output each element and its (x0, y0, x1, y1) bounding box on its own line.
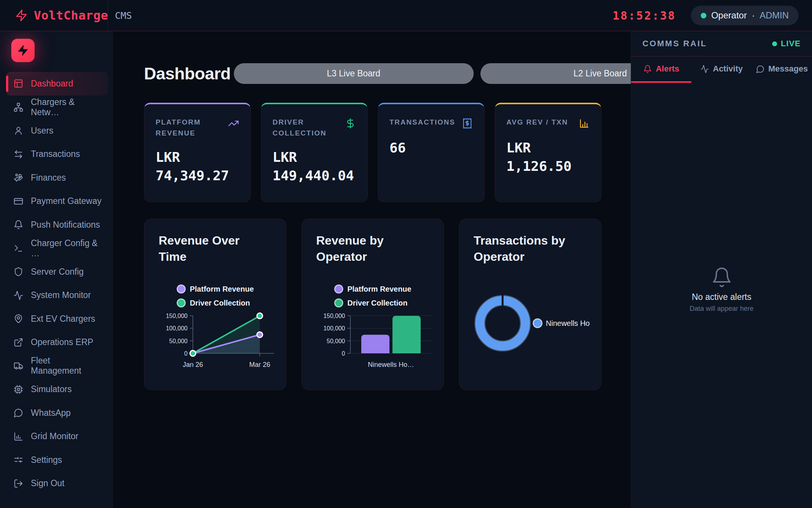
chart-card-revenue-over-time: Revenue Over TimePlatform RevenueDriver … (144, 219, 286, 390)
terminal-icon (14, 243, 23, 253)
status-dot (701, 13, 706, 18)
stat-card-header: AVG REV / TXN (506, 117, 590, 129)
stat-card-label: TRANSACTIONS (389, 117, 458, 128)
comms-tab-messages[interactable]: Messages (752, 56, 812, 83)
sidebar-item-label: Server Config (31, 267, 84, 277)
sidebar-item-whatsapp[interactable]: WhatsApp (6, 401, 108, 425)
legend-item-platform-revenue[interactable]: Platform Revenue (334, 284, 411, 294)
bar-chart-icon (14, 432, 23, 441)
live-dot (772, 41, 777, 46)
chart-title: Transactions by Operator (474, 233, 583, 265)
empty-title: No active alerts (692, 292, 751, 302)
sidebar-item-finances[interactable]: Finances (6, 166, 108, 190)
live-badge: LIVE (772, 39, 801, 49)
svg-text:50,000: 50,000 (169, 338, 188, 344)
comms-title: COMMS RAIL (642, 39, 707, 49)
chart-legend: Platform RevenueDriver Collection (334, 284, 411, 307)
sidebar-item-transactions[interactable]: Transactions (6, 143, 108, 166)
external-link-icon (14, 338, 23, 347)
alerts-empty-state: No active alerts Data will appear here (631, 266, 812, 313)
bell-icon (643, 65, 652, 73)
revenue-over-time-chart[interactable]: 150,000100,00050,0000Jan 26Mar 26 (144, 311, 286, 386)
donut-legend-item[interactable]: Ninewells Ho (533, 319, 590, 328)
sidebar-item-sign-out[interactable]: Sign Out (6, 472, 108, 496)
sidebar-item-grid-monitor[interactable]: Grid Monitor (6, 425, 108, 449)
legend-label: Platform Revenue (190, 285, 254, 294)
stat-card-driver-collection: DRIVER COLLECTIONLKR 149,440.04 (261, 103, 368, 202)
comms-tab-activity[interactable]: Activity (691, 56, 751, 83)
sidebar-item-chargers-netw[interactable]: Chargers & Netw… (6, 96, 108, 119)
chart-card-transactions-by-operator: Transactions by OperatorNinewells Ho (459, 219, 601, 390)
sidebar-item-fleet-management[interactable]: Fleet Management (6, 354, 108, 378)
svg-text:Mar 26: Mar 26 (249, 361, 270, 368)
empty-subtitle: Data will appear here (689, 305, 753, 313)
sidebar-item-dashboard[interactable]: Dashboard (6, 72, 108, 96)
sidebar-item-label: Payment Gateway (31, 196, 102, 206)
legend-item-platform-revenue[interactable]: Platform Revenue (177, 284, 254, 294)
stat-card-value: 66 (389, 139, 473, 157)
legend-item-driver-collection[interactable]: Driver Collection (177, 298, 254, 307)
credit-card-icon (14, 196, 23, 206)
sidebar-item-ext-ev-chargers[interactable]: Ext EV Chargers (6, 307, 108, 331)
svg-text:150,000: 150,000 (323, 313, 345, 319)
sidebar-item-push-notifications[interactable]: Push Notifications (6, 213, 108, 237)
sidebar-nav: DashboardChargers & Netw…UsersTransactio… (0, 72, 112, 495)
sidebar-item-label: Sign Out (31, 478, 65, 488)
chart-column-icon (579, 118, 590, 129)
bell-icon (711, 266, 733, 288)
legend-label: Platform Revenue (347, 285, 411, 294)
revenue-by-operator-chart[interactable]: 150,000100,00050,0000Ninewells Ho… (302, 311, 444, 386)
activity-icon (700, 65, 709, 73)
sidebar-item-operations-erp[interactable]: Operations ERP (6, 331, 108, 354)
transactions-by-operator-chart[interactable]: Ninewells Ho (459, 276, 601, 370)
map-pin-icon (14, 314, 23, 324)
tab-label: Activity (713, 64, 742, 74)
sidebar-item-settings[interactable]: Settings (6, 448, 108, 472)
stat-card-value: LKR 1,126.50 (506, 139, 590, 175)
legend-item-driver-collection[interactable]: Driver Collection (334, 298, 411, 307)
sidebar-item-label: Grid Monitor (31, 431, 79, 441)
chart-legend: Platform RevenueDriver Collection (177, 284, 254, 307)
topbar: VoltCharge CMS 18:52:38 Operator · ADMIN (0, 0, 812, 31)
tab-label: Alerts (656, 64, 679, 74)
comms-tab-alerts[interactable]: Alerts (631, 56, 691, 83)
network-icon (14, 102, 23, 112)
message-circle-icon (756, 65, 765, 73)
sidebar-item-simulators[interactable]: Simulators (6, 378, 108, 402)
live-label: LIVE (781, 39, 801, 49)
sidebar-item-system-monitor[interactable]: System Monitor (6, 284, 108, 307)
svg-text:100,000: 100,000 (166, 325, 188, 332)
sidebar-item-label: Settings (31, 455, 62, 465)
stat-card-platform-revenue: PLATFORM REVENUELKR 74,349.27 (144, 103, 251, 202)
user-icon (14, 126, 23, 135)
sidebar-item-label: Chargers & Netw… (31, 97, 103, 117)
sidebar-item-server-config[interactable]: Server Config (6, 260, 108, 284)
sidebar-item-label: Transactions (31, 149, 80, 159)
user-role: ADMIN (760, 10, 789, 21)
legend-dot (334, 298, 343, 307)
svg-text:Ninewells Ho: Ninewells Ho (546, 319, 590, 327)
sidebar-item-users[interactable]: Users (6, 119, 108, 143)
stat-card-value: LKR 74,349.27 (156, 148, 239, 185)
user-pill[interactable]: Operator · ADMIN (691, 6, 798, 25)
sidebar-item-payment-gateway[interactable]: Payment Gateway (6, 190, 108, 213)
sidebar-item-label: Charger Config & … (31, 238, 103, 259)
arrow-right-left-icon (14, 149, 23, 159)
stat-card-header: PLATFORM REVENUE (156, 117, 239, 138)
l3-live-board-button[interactable]: L3 Live Board (234, 63, 474, 84)
svg-text:0: 0 (184, 350, 188, 357)
hand-coins-icon (14, 173, 23, 183)
sidebar-item-label: Users (31, 126, 53, 136)
sidebar-item-charger-config[interactable]: Charger Config & … (6, 237, 108, 260)
sidebar-item-label: Dashboard (31, 79, 73, 89)
comms-tabs: AlertsActivityMessages (631, 56, 812, 83)
legend-label: Driver Collection (347, 299, 408, 307)
page-title: Dashboard (144, 64, 231, 84)
layout-dashboard-icon (14, 79, 23, 88)
legend-dot (177, 298, 186, 307)
cpu-icon (14, 385, 23, 394)
stat-card-label: PLATFORM REVENUE (156, 117, 228, 138)
tab-label: Messages (768, 64, 808, 74)
user-separator: · (752, 10, 755, 21)
stat-card-header: TRANSACTIONS (389, 117, 473, 129)
